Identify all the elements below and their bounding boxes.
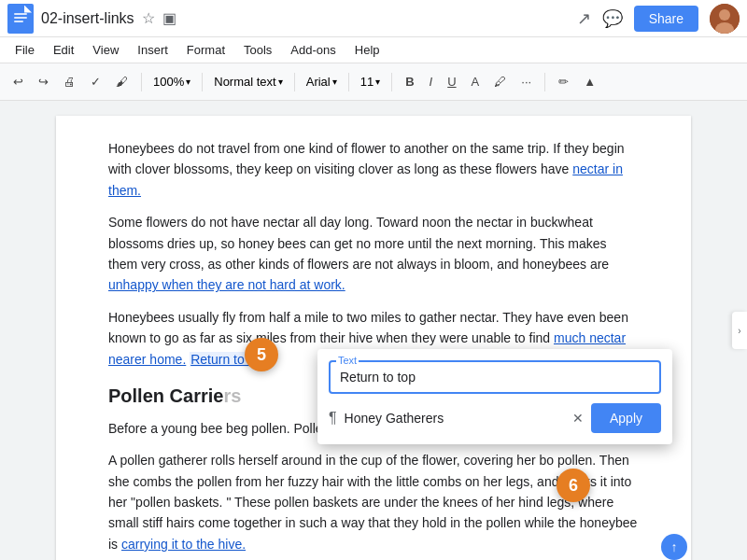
toolbar-separator-4 bbox=[348, 73, 349, 91]
toolbar-separator-2 bbox=[202, 73, 203, 91]
edit-mode-button[interactable]: ✏ bbox=[553, 71, 574, 92]
font-value: Arial bbox=[306, 75, 331, 89]
title-bar: 02-insert-links ☆ ▣ ↗ 💬 Share bbox=[0, 0, 747, 37]
star-icon[interactable]: ☆ bbox=[142, 9, 155, 27]
svg-rect-2 bbox=[14, 17, 27, 19]
document-container: Honeybees do not travel from one kind of… bbox=[0, 101, 747, 560]
paragraph-1: Honeybees do not travel from one kind of… bbox=[108, 138, 639, 201]
more-button[interactable]: ··· bbox=[515, 71, 537, 92]
svg-rect-1 bbox=[14, 13, 27, 15]
apply-button[interactable]: Apply bbox=[591, 403, 661, 433]
redo-button[interactable]: ↪ bbox=[33, 71, 54, 92]
paragraph-2: Some flowers do not have nectar all day … bbox=[108, 212, 639, 296]
step-6-label: 6 bbox=[569, 476, 578, 496]
style-dropdown[interactable]: Normal text ▾ bbox=[210, 73, 286, 91]
menu-edit[interactable]: Edit bbox=[46, 41, 81, 59]
undo-button[interactable]: ↩ bbox=[7, 71, 29, 92]
bold-button[interactable]: B bbox=[400, 71, 419, 92]
toolbar-collapse[interactable]: ▲ bbox=[578, 71, 601, 92]
highlight-button[interactable]: 🖊 bbox=[488, 71, 512, 92]
title-bar-left: 02-insert-links ☆ ▣ bbox=[7, 4, 577, 34]
fontsize-value: 11 bbox=[360, 75, 374, 89]
menu-help[interactable]: Help bbox=[347, 41, 388, 59]
sidebar-toggle[interactable]: › bbox=[732, 312, 747, 349]
menu-addons[interactable]: Add-ons bbox=[283, 41, 343, 59]
scroll-to-top-button[interactable]: ↑ bbox=[661, 534, 687, 560]
text-field-group: Text bbox=[329, 360, 661, 394]
style-chevron: ▾ bbox=[278, 77, 283, 87]
avatar[interactable] bbox=[710, 4, 740, 34]
text-input[interactable] bbox=[329, 360, 661, 394]
zoom-value: 100% bbox=[153, 75, 184, 89]
zoom-chevron: ▾ bbox=[186, 77, 190, 87]
share-button[interactable]: Share bbox=[634, 6, 698, 32]
fontcolor-button[interactable]: A bbox=[466, 71, 486, 92]
insert-link-popup: Text ¶ Honey Gatherers ✕ Apply bbox=[317, 349, 672, 444]
doc-icon bbox=[7, 4, 34, 34]
folder-icon[interactable]: ▣ bbox=[162, 9, 176, 27]
font-chevron: ▾ bbox=[332, 77, 337, 87]
trend-icon[interactable]: ↗ bbox=[577, 8, 591, 29]
carrying-link[interactable]: carrying it to the hive. bbox=[121, 537, 246, 552]
print-button[interactable]: 🖨 bbox=[58, 71, 81, 92]
fontsize-dropdown[interactable]: 11 ▾ bbox=[357, 73, 384, 91]
popup-link-row: ¶ Honey Gatherers ✕ Apply bbox=[329, 403, 661, 433]
style-value: Normal text bbox=[214, 75, 275, 89]
title-bar-right: ↗ 💬 Share bbox=[577, 4, 740, 34]
toolbar-separator-3 bbox=[294, 73, 295, 91]
fontsize-chevron: ▾ bbox=[375, 77, 380, 87]
popup-close-icon[interactable]: ✕ bbox=[572, 408, 584, 428]
zoom-dropdown[interactable]: 100% ▾ bbox=[149, 73, 194, 91]
menu-format[interactable]: Format bbox=[179, 41, 233, 59]
popup-link-text: Honey Gatherers bbox=[345, 408, 565, 428]
menu-file[interactable]: File bbox=[7, 41, 42, 59]
underline-button[interactable]: U bbox=[442, 71, 461, 92]
svg-point-5 bbox=[719, 9, 730, 21]
document-title: 02-insert-links bbox=[41, 10, 134, 27]
step-5-label: 5 bbox=[257, 345, 266, 365]
paintformat-button[interactable]: 🖌 bbox=[110, 71, 134, 92]
font-dropdown[interactable]: Arial ▾ bbox=[303, 73, 341, 91]
svg-rect-3 bbox=[14, 21, 23, 22]
step-5-bubble: 5 bbox=[245, 338, 278, 371]
document-page: Honeybees do not travel from one kind of… bbox=[56, 116, 691, 560]
italic-button[interactable]: I bbox=[424, 71, 439, 92]
menu-view[interactable]: View bbox=[85, 41, 126, 59]
menu-tools[interactable]: Tools bbox=[236, 41, 279, 59]
toolbar: ↩ ↪ 🖨 ✓ 🖌 100% ▾ Normal text ▾ Arial ▾ 1… bbox=[0, 63, 747, 101]
nectar-link[interactable]: nectar in them. bbox=[108, 161, 623, 197]
spellcheck-button[interactable]: ✓ bbox=[85, 71, 106, 92]
menu-insert[interactable]: Insert bbox=[130, 41, 176, 59]
text-field-label: Text bbox=[336, 353, 359, 370]
step-6-bubble: 6 bbox=[557, 469, 590, 502]
menu-bar: File Edit View Insert Format Tools Add-o… bbox=[0, 37, 747, 63]
paragraph-icon: ¶ bbox=[329, 406, 337, 430]
scroll-up-icon: ↑ bbox=[671, 537, 678, 557]
paragraph-5: A pollen gatherer rolls herself around i… bbox=[108, 450, 639, 554]
toolbar-separator-5 bbox=[391, 73, 392, 91]
comment-icon[interactable]: 💬 bbox=[602, 8, 623, 29]
toolbar-separator-6 bbox=[544, 73, 545, 91]
toolbar-separator-1 bbox=[141, 73, 142, 91]
unhappy-link[interactable]: unhappy when they are not hard at work. bbox=[108, 277, 345, 292]
